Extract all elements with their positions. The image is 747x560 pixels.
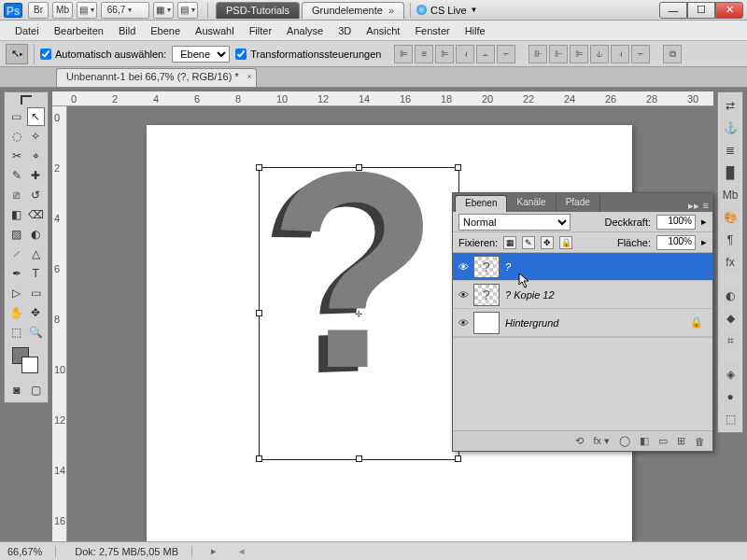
panel-menu-icon[interactable]: ▸▸≡ <box>688 200 709 212</box>
tool-button[interactable]: ✎ <box>7 166 26 185</box>
pivot-icon[interactable]: ✛ <box>355 309 364 318</box>
menu-ansicht[interactable]: Ansicht <box>359 25 407 36</box>
tool-button[interactable]: ↺ <box>27 186 46 204</box>
layers-footer-icon[interactable]: ◧ <box>640 435 649 447</box>
tool-button[interactable]: ✥ <box>27 303 46 322</box>
align-icon[interactable]: ⫞ <box>456 45 474 63</box>
menu-bild[interactable]: Bild <box>111 25 143 36</box>
distribute-icon[interactable]: ⊫ <box>570 45 588 63</box>
align-icon[interactable]: ⫟ <box>497 45 515 63</box>
bridge-button[interactable]: Br <box>28 2 49 19</box>
transform-handle[interactable] <box>455 164 461 171</box>
align-icon[interactable]: ⊫ <box>394 45 413 63</box>
quickmask-icon[interactable]: ◙ <box>7 381 26 399</box>
distribute-icon[interactable]: ⊩ <box>549 45 568 63</box>
tab-kanaele[interactable]: Kanäle <box>507 195 556 212</box>
transform-handle[interactable] <box>455 455 461 462</box>
scroll-left-icon[interactable]: ◂ <box>239 545 245 557</box>
window-maximize[interactable]: ☐ <box>687 2 715 19</box>
menu-hilfe[interactable]: Hilfe <box>458 25 493 36</box>
panel-icon[interactable]: ● <box>721 386 740 407</box>
tab-ebenen[interactable]: Ebenen <box>455 195 507 212</box>
auto-select-target[interactable]: Ebene <box>172 46 230 63</box>
transform-handle[interactable] <box>356 455 362 462</box>
panel-icon[interactable]: ≣ <box>721 140 740 161</box>
transform-handle[interactable] <box>256 164 262 171</box>
window-close[interactable]: ✕ <box>715 2 743 19</box>
panel-icon[interactable]: ¶ <box>721 230 740 250</box>
menu-datei[interactable]: Datei <box>7 25 47 36</box>
extras-button[interactable]: ▤ <box>177 2 198 19</box>
layer-thumb[interactable]: ? <box>473 256 500 278</box>
layer-thumb[interactable]: ? <box>473 284 500 306</box>
cslive-button[interactable]: CS Live▼ <box>416 5 477 16</box>
layer-name[interactable]: ? Kopie 12 <box>505 289 555 301</box>
color-swatches[interactable] <box>7 347 45 375</box>
status-docsize[interactable]: Dok: 2,75 MB/5,05 MB <box>75 546 192 557</box>
panel-icon[interactable]: █ <box>721 162 740 183</box>
tool-button[interactable]: ◐ <box>27 225 46 244</box>
blend-mode-select[interactable]: Normal <box>458 214 571 231</box>
distribute-icon[interactable]: ⊪ <box>529 45 547 63</box>
layer-row[interactable]: 👁?? <box>453 253 712 281</box>
opacity-slider-icon[interactable]: ▸ <box>701 216 707 228</box>
fill-field[interactable]: 100% <box>656 235 696 250</box>
tool-button[interactable]: ✧ <box>27 127 46 146</box>
layers-footer-icon[interactable]: ▭ <box>658 435 668 447</box>
fill-slider-icon[interactable]: ▸ <box>701 236 707 248</box>
transform-controls-checkbox[interactable]: Transformationssteuerungen <box>235 49 381 60</box>
tool-button[interactable]: ↖ <box>27 107 46 126</box>
tab-pfade[interactable]: Pfade <box>557 195 600 212</box>
menu-3d[interactable]: 3D <box>331 25 359 36</box>
visibility-icon[interactable]: 👁 <box>453 289 473 301</box>
distribute-icon[interactable]: ⫞ <box>611 45 629 63</box>
tool-button[interactable]: ⌫ <box>27 205 46 224</box>
transform-handle[interactable] <box>356 164 362 171</box>
toolbox-handle[interactable] <box>21 95 32 105</box>
transform-controls-input[interactable] <box>235 49 247 60</box>
panel-icon[interactable]: ◆ <box>721 308 740 329</box>
window-minimize[interactable]: — <box>659 2 687 19</box>
align-icon[interactable]: ⫠ <box>476 45 495 63</box>
panel-icon[interactable]: ⇄ <box>721 95 740 116</box>
tool-button[interactable]: ▭ <box>7 107 26 126</box>
tool-button[interactable]: ⬚ <box>7 323 26 342</box>
align-icon[interactable]: ⊫ <box>435 45 454 63</box>
document-tab[interactable]: Unbenannt-1 bei 66,7% (?, RGB/16) * × <box>56 68 257 87</box>
layers-footer-icon[interactable]: ⟲ <box>575 435 584 447</box>
close-icon[interactable]: × <box>247 72 251 81</box>
lock-paint-icon[interactable]: ✎ <box>522 236 535 249</box>
layer-name[interactable]: ? <box>505 261 511 273</box>
layer-row[interactable]: 👁Hintergrund🔒 <box>453 309 712 337</box>
transform-box[interactable]: ✛ <box>259 167 459 460</box>
panel-icon[interactable]: ⌗ <box>721 330 740 351</box>
lock-all-icon[interactable]: 🔒 <box>559 236 572 249</box>
tool-button[interactable]: ▭ <box>27 284 46 302</box>
tool-button[interactable]: ⟋ <box>7 245 26 263</box>
menu-fenster[interactable]: Fenster <box>407 25 457 36</box>
panel-icon[interactable]: Mb <box>721 185 740 205</box>
panel-icon[interactable]: ⬚ <box>721 409 740 429</box>
tool-button[interactable]: ◌ <box>7 127 26 146</box>
workspace-tab-grundelemente[interactable]: Grundelemente <box>302 2 404 19</box>
layers-footer-icon[interactable]: 🗑 <box>695 436 705 447</box>
minibridge-button[interactable]: Mb <box>52 2 73 19</box>
menu-bearbeiten[interactable]: Bearbeiten <box>47 25 111 36</box>
workspace-tab-psdtutorials[interactable]: PSD-Tutorials <box>216 2 300 19</box>
screenmode-icon[interactable]: ▢ <box>27 381 46 399</box>
menu-ebene[interactable]: Ebene <box>143 25 188 36</box>
tool-button[interactable]: ⎚ <box>7 186 26 204</box>
tool-button[interactable]: △ <box>27 245 46 263</box>
tool-button[interactable]: T <box>27 264 46 283</box>
panel-icon[interactable]: ◈ <box>721 364 740 385</box>
panel-icon[interactable]: fx <box>721 252 740 273</box>
transform-handle[interactable] <box>256 310 262 316</box>
status-menu-icon[interactable]: ▸ <box>211 545 217 557</box>
layer-name[interactable]: Hintergrund <box>505 317 558 329</box>
menu-auswahl[interactable]: Auswahl <box>188 25 242 36</box>
screenmode-button[interactable]: ▤ <box>77 2 97 19</box>
tool-button[interactable]: 🔍 <box>27 323 46 342</box>
panel-icon[interactable]: ⚓ <box>721 118 740 138</box>
visibility-icon[interactable]: 👁 <box>453 317 473 329</box>
tool-button[interactable]: ▷ <box>7 284 26 302</box>
